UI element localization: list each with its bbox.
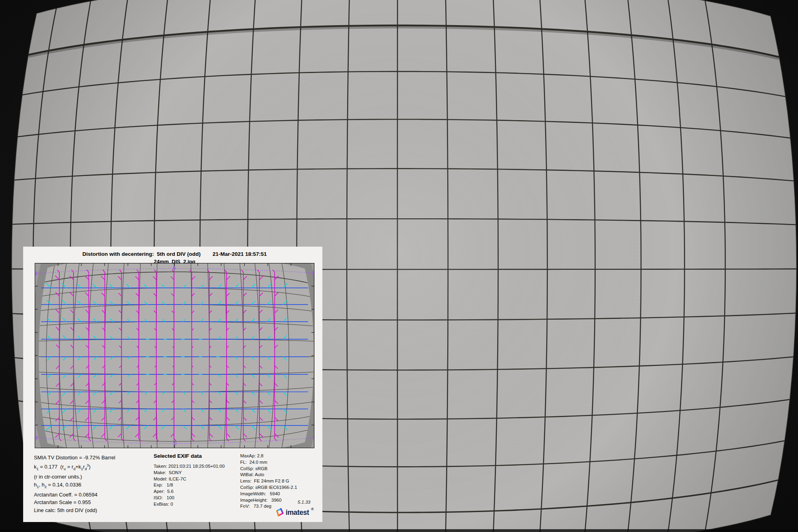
photo-bottom-edge [0, 529, 798, 532]
result-line: Arctan/tan Coeff. = 0.06594 [34, 491, 154, 499]
exif-line: Lens: FE 24mm F2.8 G [240, 478, 297, 485]
exif-line: Aper: 5.6 [154, 488, 225, 495]
exif-line: MaxAp: 2.8 [240, 453, 297, 459]
exif-line: FL: 24.0 mm [240, 459, 297, 466]
screenshot-stage: Distortion with decentering: 5th ord DIV… [0, 0, 798, 532]
exif-line: ImageWidth: 5940 [240, 491, 297, 497]
exif-column-1: Taken: 2021:03:21 18:25:05+01:00Make: SO… [154, 463, 225, 508]
exif-line: Model: ILCE-7C [154, 476, 225, 483]
result-line: SMIA TV Distortion = -9.72% Barrel [34, 454, 154, 462]
distortion-plot [35, 263, 314, 448]
exif-heading: Selected EXIF data [154, 453, 202, 459]
exif-line: ColSp: sRGB IEC61966-2.1 [240, 485, 297, 491]
exif-line: Exp: 1/8 [154, 482, 225, 488]
exif-line: ISO: 100 [154, 495, 225, 501]
exif-line: WtBal: Auto [240, 472, 297, 478]
imatest-logo-text: imatest [286, 508, 309, 517]
result-line: (r in ctr-corner units.) [34, 473, 154, 481]
distortion-results-block: SMIA TV Distortion = -9.72% Barrelk1 = 0… [34, 454, 154, 514]
registered-trademark-icon: ® [311, 507, 314, 511]
figure-title: Distortion with decentering: 5th ord DIV… [82, 251, 200, 257]
figure-title-row: Distortion with decentering: 5th ord DIV… [35, 251, 314, 257]
result-line: k1 = 0.177 (ru = rd+k1rd3) [34, 462, 154, 473]
imatest-logo-icon [275, 508, 284, 517]
exif-line: ExBias: 0 [154, 501, 225, 508]
result-line: Arctan/tan Scale = 0.955 [34, 498, 154, 506]
exif-line: Taken: 2021:03:21 18:25:05+01:00 [154, 463, 225, 470]
imatest-figure-window[interactable]: Distortion with decentering: 5th ord DIV… [23, 247, 322, 522]
result-line: Line calc: 5th ord DIV (odd) [34, 506, 154, 514]
exif-line: ColSp: sRGB [240, 466, 297, 472]
figure-datetime: 21-Mar-2021 18:57:51 [213, 251, 267, 257]
imatest-logo: imatest ® [275, 508, 314, 517]
exif-line: Make: SONY [154, 470, 225, 476]
imatest-version: 5.1.33 [263, 500, 310, 504]
distortion-plot-figure [35, 263, 314, 448]
result-line: h1, h2 = 0.14, 0.0336 [34, 481, 154, 491]
plot-photo-paper [39, 263, 314, 448]
